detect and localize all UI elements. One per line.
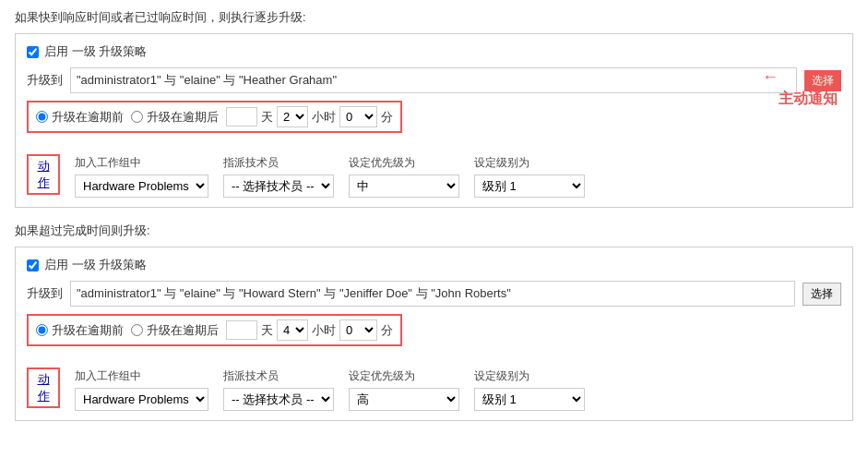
workgroup-select-1[interactable]: Hardware Problems (75, 175, 208, 198)
action-button-1[interactable]: 动作 (27, 154, 60, 195)
time-group-2: 00 天 40123 小时 0153045 分 (226, 319, 393, 341)
minutes-select-2[interactable]: 0153045 (339, 319, 377, 341)
level-label-2: 设定级别为 (474, 368, 585, 384)
radio-before-group-2: 升级在逾期前 (36, 322, 124, 339)
select-button-2[interactable]: 选择 (803, 283, 841, 306)
enable-checkbox-2[interactable] (27, 259, 39, 271)
hours-select-1[interactable]: 20134 (277, 106, 308, 127)
recipients-field-1: "administrator1" 与 "elaine" 与 "Heather G… (70, 67, 797, 93)
radio-before-label-2: 升级在逾期前 (52, 322, 124, 339)
workgroup-label-2: 加入工作组中 (75, 368, 208, 384)
level-group-1: 设定级别为 级别 1级别 2级别 3 (474, 155, 585, 198)
section2-header: 如果超过完成时间则升级: (15, 223, 853, 239)
minutes-label-1: 分 (381, 109, 393, 126)
action-fields-row-1: 动作 加入工作组中 Hardware Problems 指派技术员 -- 选择技… (27, 151, 841, 198)
days-label-2: 天 (261, 322, 273, 339)
radio-after-1[interactable] (131, 111, 143, 123)
enable-label-1: 启用 一级 升级策略 (44, 43, 147, 60)
enable-label-2: 启用 一级 升级策略 (44, 257, 147, 273)
fields-row-1: 加入工作组中 Hardware Problems 指派技术员 -- 选择技术员 … (75, 155, 585, 198)
workgroup-group-1: 加入工作组中 Hardware Problems (75, 155, 208, 198)
tech-label-2: 指派技术员 (223, 368, 334, 384)
radio-after-group-2: 升级在逾期后 (131, 322, 219, 339)
priority-select-1[interactable]: 中高低 (349, 175, 459, 198)
priority-label-1: 设定优先级为 (349, 155, 459, 171)
radio-after-label-2: 升级在逾期后 (147, 322, 219, 339)
active-notify-label: 主动通知 (779, 90, 838, 109)
enable-row-2: 启用 一级 升级策略 (27, 257, 841, 273)
priority-group-2: 设定优先级为 高中低 (349, 368, 459, 411)
tech-select-2[interactable]: -- 选择技术员 -- (223, 388, 334, 411)
radio-before-2[interactable] (36, 324, 48, 336)
tech-label-1: 指派技术员 (223, 155, 334, 171)
workgroup-label-1: 加入工作组中 (75, 155, 208, 171)
hours-select-2[interactable]: 40123 (277, 319, 308, 341)
escalation-block-2: 启用 一级 升级策略 升级到 "administrator1" 与 "elain… (15, 247, 853, 421)
radio-after-label-1: 升级在逾期后 (147, 109, 219, 126)
select-button-1[interactable]: 选择 (804, 70, 841, 91)
radio-before-group-1: 升级在逾期前 (36, 109, 124, 126)
level-select-2[interactable]: 级别 1级别 2级别 3 (474, 388, 585, 411)
radio-before-1[interactable] (36, 111, 48, 123)
priority-label-2: 设定优先级为 (349, 368, 459, 384)
days-input-1[interactable]: 00 (226, 107, 257, 127)
arrow-annotation: ← (762, 67, 779, 87)
time-group-1: 00 天 20134 小时 0153045 分 (226, 106, 393, 127)
minutes-label-2: 分 (381, 322, 393, 339)
radio-after-group-1: 升级在逾期后 (131, 109, 219, 126)
workgroup-group-2: 加入工作组中 Hardware Problems (75, 368, 208, 411)
minutes-select-1[interactable]: 0153045 (339, 106, 377, 127)
priority-select-2[interactable]: 高中低 (349, 388, 459, 411)
enable-checkbox-1[interactable] (27, 46, 39, 58)
escalate-to-label-1: 升级到 (27, 72, 63, 89)
days-input-2[interactable]: 00 (226, 320, 257, 340)
recipients-field-2: "administrator1" 与 "elaine" 与 "Howard St… (70, 281, 795, 307)
section1-header: 如果快到响应时间或者已过响应时间，则执行逐步升级: (15, 9, 853, 26)
level-label-1: 设定级别为 (474, 155, 585, 171)
workgroup-select-2[interactable]: Hardware Problems (75, 388, 208, 411)
action-button-2[interactable]: 动作 (27, 368, 60, 408)
escalate-to-row-1: 升级到 "administrator1" 与 "elaine" 与 "Heath… (27, 67, 841, 93)
priority-group-1: 设定优先级为 中高低 (349, 155, 459, 198)
tech-select-1[interactable]: -- 选择技术员 -- (223, 175, 334, 198)
radio-before-label-1: 升级在逾期前 (52, 109, 124, 126)
escalate-to-label-2: 升级到 (27, 285, 63, 302)
tech-group-1: 指派技术员 -- 选择技术员 -- (223, 155, 334, 198)
escalation-block-1: ← 主动通知 启用 一级 升级策略 升级到 "administrator1" 与… (15, 33, 853, 208)
radio-time-row-1: 升级在逾期前 升级在逾期后 00 天 20134 小时 0153045 分 (27, 101, 402, 133)
radio-after-2[interactable] (131, 324, 143, 336)
action-fields-row-2: 动作 加入工作组中 Hardware Problems 指派技术员 -- 选择技… (27, 365, 841, 411)
hours-label-2: 小时 (312, 322, 336, 339)
days-label-1: 天 (261, 109, 273, 126)
level-group-2: 设定级别为 级别 1级别 2级别 3 (474, 368, 585, 411)
fields-row-2: 加入工作组中 Hardware Problems 指派技术员 -- 选择技术员 … (75, 368, 585, 411)
radio-time-row-2: 升级在逾期前 升级在逾期后 00 天 40123 小时 0153045 分 (27, 314, 402, 346)
escalate-to-row-2: 升级到 "administrator1" 与 "elaine" 与 "Howar… (27, 281, 841, 307)
hours-label-1: 小时 (312, 109, 336, 126)
tech-group-2: 指派技术员 -- 选择技术员 -- (223, 368, 334, 411)
enable-row-1: 启用 一级 升级策略 (27, 43, 841, 60)
level-select-1[interactable]: 级别 1级别 2级别 3 (474, 175, 585, 198)
